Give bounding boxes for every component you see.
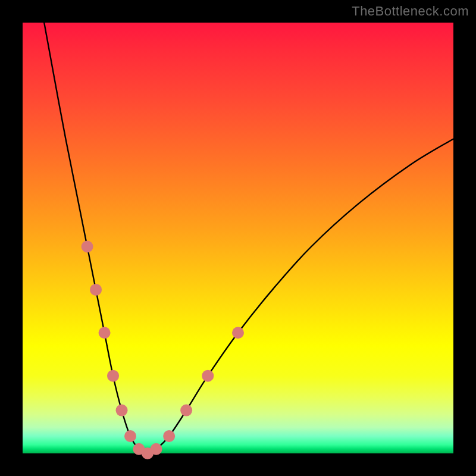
- curve-marker: [232, 327, 244, 339]
- curve-markers: [82, 240, 244, 459]
- plot-area: [23, 23, 453, 453]
- curve-marker: [107, 370, 119, 382]
- curve-marker: [90, 284, 102, 296]
- curve-marker: [82, 240, 93, 252]
- curve-marker: [150, 443, 162, 455]
- chart-stage: TheBottleneck.com: [0, 0, 476, 476]
- curve-marker: [124, 430, 136, 442]
- curve-marker: [163, 430, 175, 442]
- curve-marker: [99, 327, 111, 339]
- bottleneck-curve: [44, 23, 453, 453]
- curve-svg: [23, 23, 453, 453]
- watermark-text: TheBottleneck.com: [352, 4, 469, 19]
- curve-marker: [116, 405, 128, 416]
- curve-marker: [180, 405, 192, 416]
- curve-marker: [202, 370, 214, 382]
